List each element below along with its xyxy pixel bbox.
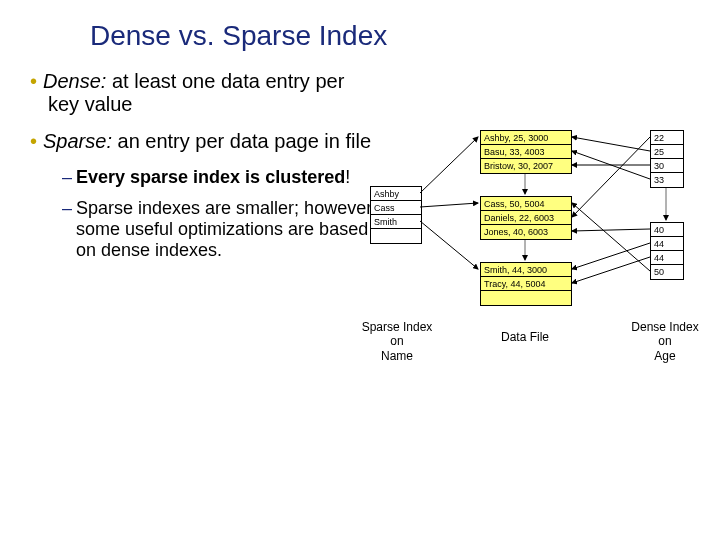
dense-row: 25: [651, 145, 683, 159]
svg-line-6: [572, 151, 650, 179]
svg-line-2: [420, 221, 478, 269]
diagram: Ashby Cass Smith Ashby, 25, 3000 Basu, 3…: [370, 130, 700, 490]
page-title: Dense vs. Sparse Index: [90, 20, 690, 52]
bullet-dense: •Dense: at least one data entry per key …: [30, 70, 380, 116]
data-row: [481, 291, 571, 305]
label-data: Data File: [490, 330, 560, 344]
dense-index-page-1: 22 25 30 33: [650, 130, 684, 188]
sparse-row: Smith: [371, 215, 421, 229]
svg-line-10: [572, 203, 650, 271]
svg-line-9: [572, 257, 650, 283]
dense-row: 30: [651, 159, 683, 173]
dense-row: 44: [651, 237, 683, 251]
svg-line-7: [572, 229, 650, 231]
sparse-row: Cass: [371, 201, 421, 215]
dense-row: 33: [651, 173, 683, 187]
svg-line-4: [572, 137, 650, 151]
label-sparse: Sparse Index on Name: [352, 320, 442, 363]
sub-bullet-clustered: –Every sparse index is clustered!: [62, 167, 380, 188]
data-row: Cass, 50, 5004: [481, 197, 571, 211]
data-page-2: Cass, 50, 5004 Daniels, 22, 6003 Jones, …: [480, 196, 572, 240]
data-row: Daniels, 22, 6003: [481, 211, 571, 225]
data-page-1: Ashby, 25, 3000 Basu, 33, 4003 Bristow, …: [480, 130, 572, 174]
data-row: Bristow, 30, 2007: [481, 159, 571, 173]
data-row: Smith, 44, 3000: [481, 263, 571, 277]
data-row: Jones, 40, 6003: [481, 225, 571, 239]
data-row: Ashby, 25, 3000: [481, 131, 571, 145]
dense-row: 22: [651, 131, 683, 145]
dense-index-page-2: 40 44 44 50: [650, 222, 684, 280]
data-row: Basu, 33, 4003: [481, 145, 571, 159]
label-dense: Dense IndexonAge: [625, 320, 705, 363]
dense-row: 50: [651, 265, 683, 279]
data-row: Tracy, 44, 5004: [481, 277, 571, 291]
svg-line-3: [572, 137, 650, 217]
svg-line-1: [420, 203, 478, 207]
sparse-row: Ashby: [371, 187, 421, 201]
data-page-3: Smith, 44, 3000 Tracy, 44, 5004: [480, 262, 572, 306]
sub-bullet-smaller: –Sparse indexes are smaller; however, so…: [62, 198, 380, 261]
dense-row: 44: [651, 251, 683, 265]
svg-line-0: [420, 137, 478, 193]
bullet-sparse: •Sparse: an entry per data page in file: [30, 130, 380, 153]
svg-line-8: [572, 243, 650, 269]
bullet-list: •Dense: at least one data entry per key …: [30, 70, 380, 261]
sparse-row: [371, 229, 421, 243]
sparse-index-box: Ashby Cass Smith: [370, 186, 422, 244]
dense-row: 40: [651, 223, 683, 237]
